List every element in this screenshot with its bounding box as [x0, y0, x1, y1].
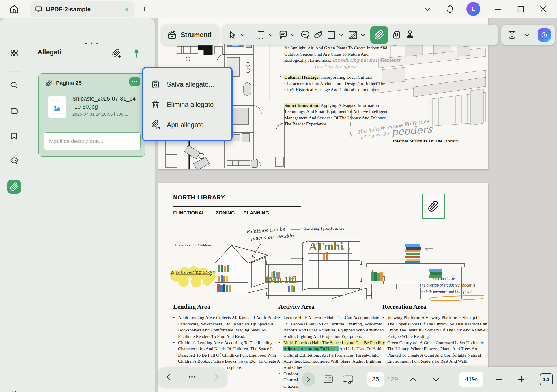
reading-view-button[interactable] — [321, 372, 336, 387]
attachment-annotation[interactable] — [422, 194, 445, 219]
column-heading: Lending Area — [173, 304, 266, 310]
bullet-marker: • — [278, 371, 283, 377]
pin-panel-button[interactable] — [130, 47, 143, 59]
sidebar-item-pages[interactable] — [8, 104, 20, 117]
prev-page-button[interactable] — [166, 374, 171, 380]
menu-item-label: Elimina allegato — [167, 101, 214, 109]
menu-item-delete-attachment[interactable]: Elimina allegato — [143, 95, 231, 115]
stamp-tool-button[interactable] — [403, 27, 416, 43]
bullet-marker: • — [382, 340, 387, 346]
sidebar-rail — [0, 18, 28, 392]
sidebar-item-bookmarks[interactable] — [8, 130, 20, 142]
save-icon — [151, 80, 160, 89]
page-number-input[interactable]: 25 — [367, 372, 384, 387]
text-tool-button[interactable] — [254, 27, 268, 43]
paperclip-icon — [46, 80, 53, 86]
sidebar-item-comments[interactable] — [8, 154, 20, 167]
panel-drag-handle[interactable]: • • • — [85, 40, 99, 46]
attachment-card-header: Pagina 25 — [46, 80, 82, 86]
maximize-button[interactable] — [514, 2, 528, 16]
ai-assistant-button[interactable] — [538, 28, 551, 42]
monitor-icon — [35, 6, 42, 13]
attachment-more-button[interactable]: ••• — [129, 77, 140, 86]
toolbox-icon — [167, 30, 177, 40]
save-options-chevron[interactable] — [524, 27, 530, 43]
bullet-marker: • — [280, 102, 281, 109]
paperclip-folder-icon — [151, 120, 160, 130]
user-avatar[interactable]: L — [466, 2, 480, 16]
text-block: •Adult Lending Area: Collects All Kinds … — [173, 314, 266, 339]
redact-comment-tool-button[interactable] — [298, 27, 311, 43]
bullet-marker: • — [280, 74, 281, 80]
text-block: As Sunlight, Air, And Green Plants To Cr… — [284, 45, 374, 70]
column-heading: Recreation Area — [382, 304, 479, 310]
select-tool-button[interactable] — [226, 27, 240, 43]
text-block: •Children's Lending Area: According To T… — [173, 340, 266, 370]
unsaved-changes-dot — [125, 8, 128, 11]
sidebar-item-thumbnails[interactable] — [8, 47, 20, 59]
sticker-tool-button[interactable] — [390, 27, 403, 43]
redaction-tool-button[interactable] — [347, 27, 360, 43]
trash-icon — [151, 100, 160, 110]
column-recreation-area: Recreation Area •Viewing Platform: A Vie… — [382, 304, 479, 365]
close-button[interactable] — [536, 2, 550, 16]
page2-subheading: FUNCTIONALZONINGPLANNING — [173, 210, 269, 216]
collapse-chevron-button[interactable] — [421, 2, 435, 16]
add-attachment-button[interactable] — [110, 47, 122, 59]
tools-label: Strumenti — [181, 31, 212, 39]
text-block: •Green Courtyard: A Green Courtyard Is S… — [382, 340, 479, 364]
bottom-toolbar: 25 / 29 41% 1:1 — [298, 367, 557, 392]
menu-item-open-attachment[interactable]: Apri allegato — [143, 115, 231, 135]
zoom-in-button[interactable] — [514, 376, 529, 383]
more-pages-button[interactable]: ••• — [189, 374, 197, 380]
zoom-out-button[interactable] — [491, 379, 506, 380]
annotation-toolbar — [222, 25, 498, 45]
previous-page-button[interactable] — [405, 377, 420, 382]
label-bookstore: Bookstore For Children — [175, 243, 211, 248]
caption-underline-annotation — [392, 146, 451, 146]
presentation-button[interactable] — [341, 372, 356, 387]
sidebar-item-properties[interactable] — [8, 388, 20, 392]
attachment-context-menu: Salva allegato... Elimina allegato — [142, 67, 233, 141]
expand-toolbar-button[interactable] — [302, 372, 315, 386]
label-space-structure: • Interesting Space Structure — [301, 226, 344, 231]
sidebar-item-attachments-active[interactable] — [7, 180, 21, 194]
bottom-divider — [450, 374, 450, 384]
home-button[interactable] — [8, 3, 21, 16]
attachment-card[interactable]: Pagina 25 ••• Snipaste_2025-07-31_14-10-… — [38, 74, 145, 157]
bullet-marker: • — [173, 340, 178, 346]
label-functional-area: Functional Area — [432, 276, 456, 281]
minimize-button[interactable] — [491, 2, 505, 16]
select-tool-chevron[interactable] — [240, 27, 246, 43]
text-block: •Multi-Function Hall: The Space Layout C… — [278, 340, 375, 370]
save-button[interactable] — [505, 27, 519, 43]
save-ai-toolbar — [501, 25, 555, 45]
actual-size-button[interactable]: 1:1 — [540, 373, 553, 385]
handwritten-note-big: peoders — [391, 123, 433, 138]
description-input[interactable] — [44, 132, 141, 150]
zoom-level-input[interactable]: 41% — [459, 372, 484, 387]
document-tab[interactable]: UPDF-2-sample — [30, 1, 135, 17]
redaction-tool-chevron[interactable] — [360, 27, 366, 43]
eraser-tool-button[interactable] — [311, 27, 325, 43]
text-tool-chevron[interactable] — [268, 27, 274, 43]
sidebar-divider — [7, 71, 21, 72]
next-page-button-disabled[interactable] — [214, 374, 219, 380]
comment-tool-button[interactable] — [276, 27, 289, 43]
title-rule — [173, 206, 301, 207]
shape-tool-button[interactable] — [325, 27, 338, 43]
menu-item-save-attachment[interactable]: Salva allegato... — [143, 74, 231, 95]
column-heading: Activity Area — [278, 304, 375, 310]
sidebar-item-search[interactable] — [8, 79, 20, 92]
shape-tool-chevron[interactable] — [338, 27, 344, 43]
attachment-thumbnail[interactable] — [48, 96, 66, 118]
comment-tool-chevron[interactable] — [289, 27, 296, 43]
next-page-button[interactable] — [429, 377, 444, 382]
notifications-button[interactable] — [443, 2, 457, 16]
new-tab-button[interactable]: + — [142, 4, 147, 14]
attachment-tool-button-active[interactable] — [370, 26, 388, 44]
tab-title: UPDF-2-sample — [46, 6, 91, 13]
bullet-marker: • — [382, 314, 387, 321]
tools-menu-button[interactable]: Strumenti — [162, 25, 219, 45]
bullet-marker: • — [173, 314, 178, 321]
